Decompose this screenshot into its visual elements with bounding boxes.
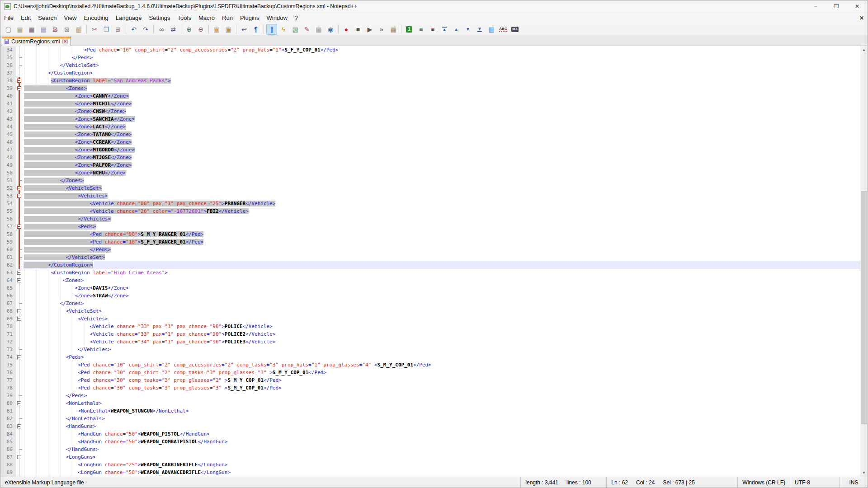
code-line[interactable]: </Peds> — [23, 54, 860, 61]
zoom-in-icon[interactable]: ⊕ — [184, 24, 194, 35]
menu-item-language[interactable]: Language — [112, 14, 146, 22]
code-line[interactable]: <Vehicle chance="33" pax="1" pax_chance=… — [23, 323, 860, 330]
doc-switcher-icon[interactable]: 1 — [404, 24, 415, 35]
code-line[interactable]: <Ped chance="30" comp_tasks="3" prop_gla… — [23, 384, 860, 392]
line-number[interactable]: 86 — [0, 446, 16, 453]
code-line[interactable]: <Zone>TATAMO</Zone> — [23, 131, 860, 138]
code-line[interactable]: <Ped chance="30" comp_shirt="2" comp_tas… — [23, 369, 860, 376]
fold-collapse-icon[interactable] — [17, 424, 21, 428]
menu-item-run[interactable]: Run — [218, 14, 236, 22]
code-line[interactable]: <Vehicle chance="20" color="-16772601">F… — [23, 207, 860, 215]
code-line[interactable]: <NonLethals> — [23, 399, 860, 407]
code-line[interactable]: <Zone>LACT</Zone> — [23, 123, 860, 131]
line-number[interactable]: 61 — [0, 253, 16, 261]
menu-item-search[interactable]: Search — [34, 14, 60, 22]
macro-run-multiple-icon[interactable]: » — [376, 24, 387, 35]
line-number[interactable]: 36 — [0, 61, 16, 69]
document-map-icon[interactable]: ▧ — [290, 24, 301, 35]
line-number[interactable]: 70 — [0, 323, 16, 330]
macro-record-icon[interactable]: ● — [341, 24, 352, 35]
fold-collapse-icon[interactable] — [17, 317, 21, 321]
code-line[interactable]: <NonLethal>WEAPON_STUNGUN</NonLethal> — [23, 407, 860, 415]
code-line[interactable]: <CustomRegion label="High Crime Areas"> — [23, 269, 860, 277]
line-number[interactable]: 79 — [0, 392, 16, 399]
code-line[interactable]: <Ped chance="10">S_F_Y_RANGER_01</Ped> — [23, 238, 860, 246]
line-number[interactable]: 64 — [0, 277, 16, 284]
code-line[interactable]: <Ped chance="10" comp_shirt="2" comp_acc… — [23, 46, 860, 54]
code-line[interactable]: <Zone>DAVIS</Zone> — [23, 284, 860, 292]
code-line[interactable]: <CustomRegion label="San Andreas Parks"> — [23, 77, 860, 84]
mime-tools-icon[interactable]: M+ — [509, 24, 520, 35]
fold-collapse-icon[interactable] — [17, 79, 21, 83]
code-line[interactable]: </VehicleSet> — [23, 61, 860, 69]
collapse-all-icon[interactable]: ▲ — [451, 24, 462, 35]
folder-as-workspace-icon[interactable]: ▤ — [313, 24, 324, 35]
line-number[interactable]: 40 — [0, 92, 16, 100]
line-number[interactable]: 34 — [0, 46, 16, 54]
line-number[interactable]: 78 — [0, 384, 16, 392]
tab-close-icon[interactable]: ✕ — [62, 39, 68, 44]
line-number[interactable]: 46 — [0, 138, 16, 146]
menu-item-settings[interactable]: Settings — [146, 14, 174, 22]
line-number[interactable]: 62 — [0, 261, 16, 269]
code-line[interactable]: <Zone>CCREAK</Zone> — [23, 138, 860, 146]
line-number[interactable]: 58 — [0, 230, 16, 238]
fold-collapse-icon[interactable] — [17, 278, 21, 282]
code-line[interactable]: <Zone>STRAW</Zone> — [23, 292, 860, 300]
menu-item-edit[interactable]: Edit — [17, 14, 34, 22]
spell-check-icon[interactable]: ABC — [498, 24, 509, 35]
code-line[interactable]: <Zone>MTCHIL</Zone> — [23, 100, 860, 108]
line-number[interactable]: 75 — [0, 361, 16, 369]
line-number[interactable]: 72 — [0, 338, 16, 346]
close-file-icon[interactable]: ⊠ — [50, 24, 61, 35]
line-number[interactable]: 53 — [0, 192, 16, 200]
list-panel-alt-icon[interactable]: ≡ — [427, 24, 438, 35]
line-number[interactable]: 41 — [0, 100, 16, 108]
status-eol-format[interactable]: Windows (CR LF) — [737, 477, 790, 488]
line-number[interactable]: 63 — [0, 269, 16, 277]
line-number[interactable]: 52 — [0, 184, 16, 192]
new-file-icon[interactable]: ▢ — [3, 24, 14, 35]
code-line[interactable]: <LongGuns> — [23, 453, 860, 461]
scroll-down-arrow-icon[interactable]: ▼ — [860, 469, 868, 477]
line-number[interactable]: 87 — [0, 453, 16, 461]
close-button[interactable]: ✕ — [847, 0, 868, 12]
code-line[interactable]: </Peds> — [23, 392, 860, 399]
find-icon[interactable]: ∞ — [156, 24, 167, 35]
list-panel-icon[interactable]: ≡ — [415, 24, 426, 35]
code-line[interactable]: <Zones> — [23, 277, 860, 284]
line-number[interactable]: 88 — [0, 461, 16, 469]
print-icon[interactable]: ▥ — [73, 24, 84, 35]
code-line[interactable]: </LongGuns> — [23, 476, 860, 477]
sync-horizontal-icon[interactable]: ▣ — [223, 24, 234, 35]
scrollbar-thumb[interactable] — [861, 191, 867, 424]
code-line[interactable]: <HandGun chance="50">WEAPON_COMBATPISTOL… — [23, 438, 860, 446]
line-number[interactable]: 47 — [0, 146, 16, 154]
menu-item-file[interactable]: File — [0, 14, 17, 22]
fold-collapse-icon[interactable] — [17, 401, 21, 405]
cut-icon[interactable]: ✂ — [89, 24, 100, 35]
line-number[interactable]: 42 — [0, 108, 16, 115]
code-line[interactable]: <Ped chance="10" comp_shirt="2" comp_acc… — [23, 361, 860, 369]
line-number[interactable]: 35 — [0, 54, 16, 61]
line-number[interactable]: 67 — [0, 300, 16, 307]
menubar-close-icon[interactable]: ✕ — [859, 15, 864, 21]
collapse-current-level-icon[interactable]: ▲ — [439, 24, 450, 35]
line-number[interactable]: 80 — [0, 399, 16, 407]
fold-collapse-icon[interactable] — [17, 225, 21, 229]
code-line[interactable]: <Zone>MTGORDO</Zone> — [23, 146, 860, 154]
code-line[interactable]: </VehicleSet> — [23, 253, 860, 261]
line-number[interactable]: 66 — [0, 292, 16, 300]
code-line[interactable]: <Ped chance="30" comp_tasks="3" prop_gla… — [23, 376, 860, 384]
line-number[interactable]: 50 — [0, 169, 16, 177]
fold-collapse-icon[interactable] — [17, 271, 21, 275]
menu-item-window[interactable]: Window — [263, 14, 291, 22]
fold-collapse-icon[interactable] — [17, 355, 21, 359]
line-number[interactable]: 45 — [0, 131, 16, 138]
code-line[interactable]: </CustomRegion> — [23, 69, 860, 77]
line-number[interactable]: 51 — [0, 177, 16, 184]
scroll-up-arrow-icon[interactable]: ▲ — [860, 46, 868, 54]
code-line[interactable]: <VehicleSet> — [23, 307, 860, 315]
code-line[interactable]: <Zone>CANNY</Zone> — [23, 92, 860, 100]
fold-collapse-icon[interactable] — [17, 186, 21, 190]
